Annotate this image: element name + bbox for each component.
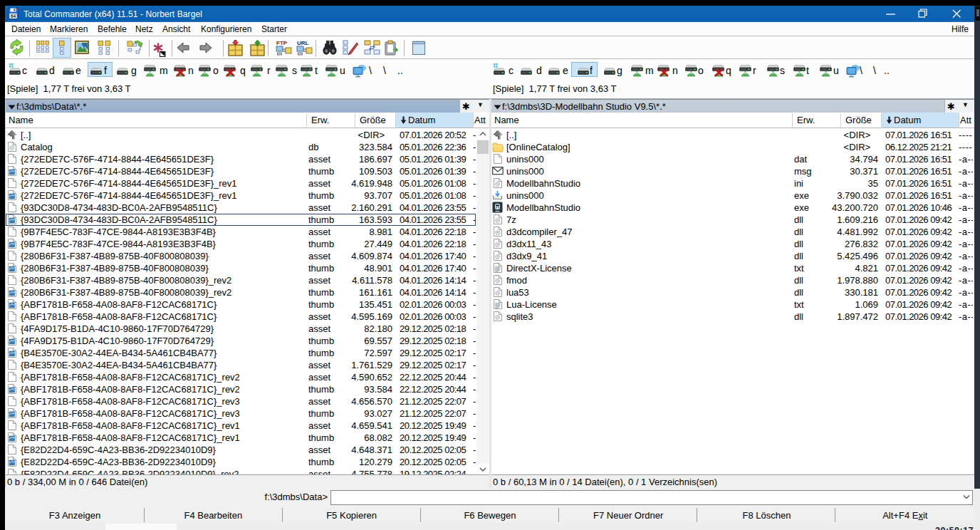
svg-text:URL: URL bbox=[297, 40, 309, 46]
svg-text:FTP: FTP bbox=[276, 40, 288, 46]
svg-text:64: 64 bbox=[11, 14, 16, 19]
